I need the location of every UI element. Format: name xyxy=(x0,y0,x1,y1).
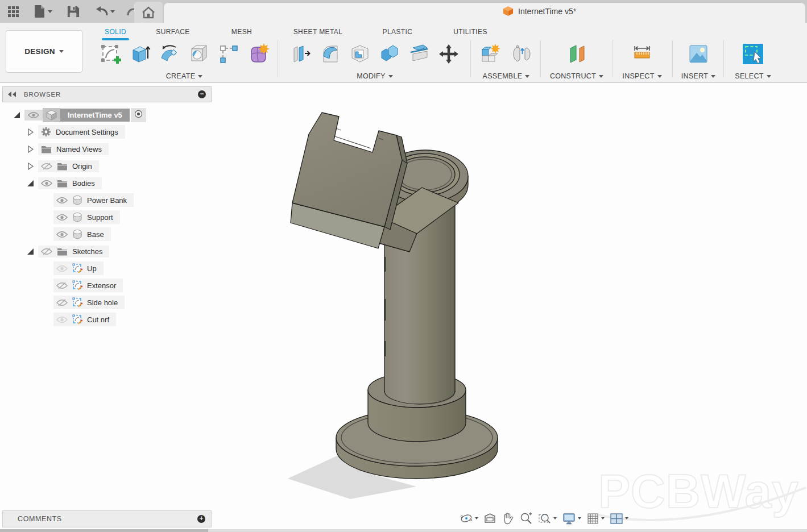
orbit-icon xyxy=(460,512,473,525)
collapse-panel-icon[interactable] xyxy=(7,91,16,98)
eye-dimmed-icon[interactable] xyxy=(56,316,68,323)
eye-hidden-icon[interactable] xyxy=(41,162,52,171)
eye-dimmed-icon[interactable] xyxy=(56,265,68,272)
file-menu-button[interactable] xyxy=(30,2,55,20)
root-component-label[interactable]: InternetTime v5 xyxy=(60,109,130,122)
fillet-button[interactable] xyxy=(318,41,342,67)
orbit-button[interactable] xyxy=(460,512,478,525)
tree-row-sketch-extensor[interactable]: Extensor xyxy=(2,277,212,294)
tree-row-sketches[interactable]: Sketches xyxy=(2,243,212,260)
inspect-dropdown[interactable]: INSPECT xyxy=(614,72,670,80)
eye-visible-icon[interactable] xyxy=(41,180,52,187)
select-button[interactable] xyxy=(741,41,765,67)
home-tab[interactable] xyxy=(134,2,163,23)
eye-hidden-icon[interactable] xyxy=(41,247,52,256)
group-inspect: INSPECT xyxy=(614,38,670,80)
tree-row-support[interactable]: Support xyxy=(2,209,212,226)
undo-button[interactable] xyxy=(92,3,117,20)
document-tab[interactable] xyxy=(164,3,805,23)
joint-icon xyxy=(511,43,533,65)
viewports-button[interactable] xyxy=(610,513,628,525)
tab-utilities[interactable]: UTILITIES xyxy=(434,25,507,39)
tab-sheet-metal[interactable]: SHEET METAL xyxy=(275,25,361,39)
collapsed-twisty-icon[interactable] xyxy=(26,128,35,136)
create-sketch-button[interactable] xyxy=(98,41,122,67)
eye-hidden-icon[interactable] xyxy=(56,298,68,307)
joint-button[interactable] xyxy=(510,41,534,67)
pan-hand-icon xyxy=(502,512,514,525)
apps-grid-icon[interactable] xyxy=(4,3,22,20)
select-dropdown[interactable]: SELECT xyxy=(726,72,780,80)
look-at-button[interactable] xyxy=(483,512,496,525)
orbit-caret-icon xyxy=(475,517,478,519)
add-comment-button[interactable]: + xyxy=(197,515,205,523)
activate-component-radio[interactable] xyxy=(131,108,146,122)
tree-label: Base xyxy=(87,230,104,239)
save-button[interactable] xyxy=(64,3,82,20)
eye-visible-icon[interactable] xyxy=(56,214,68,221)
tree-label: Support xyxy=(87,213,113,222)
model-support-body[interactable] xyxy=(288,113,498,499)
modify-dropdown[interactable]: MODIFY xyxy=(281,72,469,80)
construct-dropdown[interactable]: CONSTRUCT xyxy=(543,72,610,80)
tree-row-sketch-cut-nrf[interactable]: Cut nrf xyxy=(2,311,212,328)
display-settings-button[interactable] xyxy=(562,512,581,525)
tab-solid[interactable]: SOLID xyxy=(94,25,137,39)
eye-visible-icon[interactable] xyxy=(56,231,68,238)
measure-button[interactable] xyxy=(630,41,654,67)
fillet-icon xyxy=(319,43,342,65)
pan-button[interactable] xyxy=(502,512,514,525)
design-menu-button[interactable]: DESIGN xyxy=(6,30,82,73)
tree-label: Document Settings xyxy=(56,128,118,136)
shell-button[interactable] xyxy=(348,41,372,67)
create-dropdown[interactable]: CREATE xyxy=(91,72,278,80)
hole-button[interactable] xyxy=(187,41,211,67)
viewports-icon xyxy=(610,513,623,525)
expanded-twisty-icon[interactable] xyxy=(26,179,35,188)
new-component-button[interactable] xyxy=(478,41,502,67)
insert-image-button[interactable] xyxy=(686,41,710,67)
split-body-button[interactable] xyxy=(407,41,431,67)
extrude-button[interactable] xyxy=(128,41,152,67)
press-pull-button[interactable] xyxy=(289,41,313,67)
sketch-icon xyxy=(72,263,82,273)
tab-surface[interactable]: SURFACE xyxy=(137,25,209,39)
tree-row-origin[interactable]: Origin xyxy=(2,157,212,174)
zoom-button[interactable] xyxy=(519,512,533,525)
tab-plastic[interactable]: PLASTIC xyxy=(361,25,434,39)
minimize-browser-button[interactable]: − xyxy=(198,90,206,98)
construction-plane-button[interactable] xyxy=(565,41,589,67)
document-title: InternetTime v5* xyxy=(503,6,576,16)
create-form-button[interactable] xyxy=(246,41,270,67)
rectangular-pattern-button[interactable] xyxy=(217,41,241,67)
tree-row-named-views[interactable]: Named Views xyxy=(2,140,212,157)
tree-row-base[interactable]: Base xyxy=(2,226,212,243)
collapsed-twisty-icon[interactable] xyxy=(26,145,35,153)
browser-header[interactable]: BROWSER − xyxy=(2,86,212,102)
tab-mesh[interactable]: MESH xyxy=(209,25,275,39)
tree-row-sketch-up[interactable]: Up xyxy=(2,260,212,277)
body-icon xyxy=(72,212,82,222)
combine-button[interactable] xyxy=(378,41,402,67)
insert-dropdown[interactable]: INSERT xyxy=(674,72,722,80)
tree-row-document-settings[interactable]: Document Settings xyxy=(2,123,212,140)
tree-row-bodies[interactable]: Bodies xyxy=(2,174,212,192)
tree-row-sketch-side-hole[interactable]: Side hole xyxy=(2,294,212,311)
display-caret-icon xyxy=(578,517,581,519)
eye-visible-icon[interactable] xyxy=(56,197,68,204)
expanded-twisty-icon[interactable] xyxy=(13,111,21,119)
revolve-button[interactable] xyxy=(158,41,181,67)
tree-row-root[interactable]: InternetTime v5 xyxy=(2,106,212,123)
visibility-toggle[interactable] xyxy=(24,110,43,120)
assemble-dropdown[interactable]: ASSEMBLE xyxy=(473,72,539,80)
eye-hidden-icon[interactable] xyxy=(56,281,68,290)
comments-bar[interactable]: COMMENTS + xyxy=(2,510,212,527)
collapsed-twisty-icon[interactable] xyxy=(26,162,35,171)
tree-row-power-bank[interactable]: Power Bank xyxy=(2,192,212,209)
undo-caret-icon xyxy=(110,10,115,13)
create-caret-icon xyxy=(198,75,202,78)
move-copy-button[interactable] xyxy=(437,41,461,67)
grid-and-snaps-button[interactable] xyxy=(586,512,605,525)
fit-button[interactable] xyxy=(538,512,557,525)
expanded-twisty-icon[interactable] xyxy=(26,247,35,256)
